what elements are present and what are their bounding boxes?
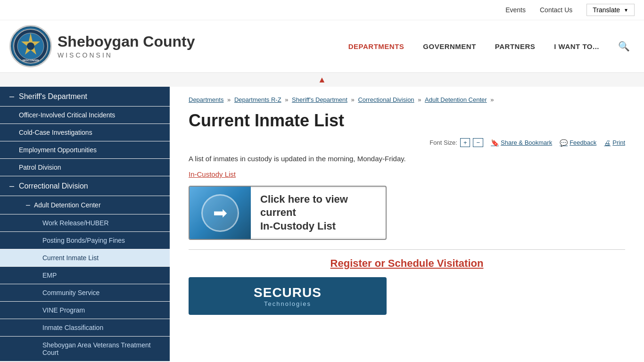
sidebar: – Sheriff's Department Officer-Involved … [0, 87, 170, 362]
share-bookmark-link[interactable]: 🔖 Share & Bookmark [491, 139, 552, 147]
nav-arrow-icon: ▲ [318, 75, 326, 84]
translate-button[interactable]: Translate ▼ [586, 4, 635, 16]
main-nav: DEPARTMENTS GOVERNMENT PARTNERS I WANT T… [195, 41, 635, 52]
font-decrease-button[interactable]: − [473, 138, 483, 147]
sidebar-item-emp[interactable]: EMP [0, 267, 170, 284]
sidebar-item-current-inmate[interactable]: Current Inmate List [0, 249, 170, 267]
breadcrumb-sheriffs[interactable]: Sheriff's Department [292, 96, 347, 103]
body-text: A list of inmates in custody is updated … [189, 155, 625, 163]
securus-sub: Technologies [254, 300, 322, 307]
nav-departments[interactable]: DEPARTMENTS [348, 42, 405, 50]
sidebar-item-adult-detention[interactable]: – Adult Detention Center [0, 196, 170, 214]
feedback-icon: 💬 [560, 139, 568, 147]
banner-arrow-icon: ➡ [201, 194, 239, 232]
dash-icon: – [9, 91, 14, 101]
securus-name: SECURUS [254, 285, 322, 300]
print-link[interactable]: 🖨 Print [604, 139, 625, 147]
chevron-down-icon: ▼ [624, 8, 628, 13]
dash-icon: – [26, 201, 30, 209]
content-area: Departments » Departments R-Z » Sheriff'… [170, 87, 644, 362]
content-toolbar: Font Size: + − 🔖 Share & Bookmark 💬 Feed… [189, 138, 625, 147]
visitation-link[interactable]: Register or Schedule Visitation [189, 257, 625, 270]
nav-i-want-to[interactable]: I WANT TO... [554, 42, 599, 50]
breadcrumb-departments[interactable]: Departments [189, 96, 223, 103]
events-link[interactable]: Events [505, 6, 526, 14]
site-title: Sheboygan County WISCONSIN [58, 33, 195, 58]
svg-text:WISCONSIN: WISCONSIN [23, 59, 39, 62]
logo-area: WISCONSIN Sheboygan County WISCONSIN [9, 25, 195, 67]
sidebar-item-cold-case[interactable]: Cold-Case Investigations [0, 124, 170, 141]
sidebar-item-veterans-court[interactable]: Sheboygan Area Veterans Treatment Court [0, 337, 170, 362]
in-custody-banner[interactable]: ➡ Click here to view current In-Custody … [189, 186, 387, 240]
sidebar-item-vine-program[interactable]: VINE Program [0, 302, 170, 319]
sidebar-item-inmate-classification[interactable]: Inmate Classification [0, 319, 170, 337]
sidebar-item-posting-bonds[interactable]: Posting Bonds/Paying Fines [0, 232, 170, 249]
top-bar: Events Contact Us Translate ▼ [0, 0, 644, 20]
nav-indicator: ▲ [0, 73, 644, 87]
contact-link[interactable]: Contact Us [540, 6, 572, 14]
site-header: WISCONSIN Sheboygan County WISCONSIN DEP… [0, 20, 644, 73]
sidebar-item-sheriffs-dept[interactable]: – Sheriff's Department [0, 87, 170, 107]
feedback-link[interactable]: 💬 Feedback [560, 139, 596, 147]
svg-point-3 [27, 42, 34, 50]
banner-text: Click here to view current In-Custody Li… [251, 188, 386, 238]
print-icon: 🖨 [604, 139, 611, 147]
search-button[interactable]: 🔍 [618, 41, 630, 52]
sidebar-item-officer-incidents[interactable]: Officer-Involved Critical Incidents [0, 107, 170, 124]
banner-arrow-area: ➡ [190, 186, 251, 240]
county-logo: WISCONSIN [9, 25, 52, 67]
main-container: – Sheriff's Department Officer-Involved … [0, 87, 644, 362]
breadcrumb: Departments » Departments R-Z » Sheriff'… [189, 96, 625, 103]
sidebar-item-community-service[interactable]: Community Service [0, 284, 170, 302]
securus-banner[interactable]: SECURUS Technologies [189, 277, 387, 315]
content-divider [189, 249, 625, 250]
share-icon: 🔖 [491, 139, 499, 147]
in-custody-link[interactable]: In-Custody List [189, 170, 625, 178]
breadcrumb-departments-rz[interactable]: Departments R-Z [234, 96, 281, 103]
sidebar-item-employment[interactable]: Employment Opportunities [0, 141, 170, 159]
nav-partners[interactable]: PARTNERS [495, 42, 535, 50]
sidebar-item-correctional[interactable]: – Correctional Division [0, 176, 170, 196]
sidebar-item-patrol[interactable]: Patrol Division [0, 159, 170, 176]
page-title: Current Inmate List [189, 111, 625, 131]
sidebar-item-work-release[interactable]: Work Release/HUBER [0, 214, 170, 232]
font-increase-button[interactable]: + [460, 138, 471, 147]
breadcrumb-correctional[interactable]: Correctional Division [358, 96, 414, 103]
nav-government[interactable]: GOVERNMENT [423, 42, 476, 50]
font-size-controls: Font Size: + − [429, 138, 483, 147]
dash-icon: – [9, 181, 14, 191]
seal-svg: WISCONSIN [13, 28, 49, 64]
breadcrumb-adult-detention[interactable]: Adult Detention Center [425, 96, 487, 103]
